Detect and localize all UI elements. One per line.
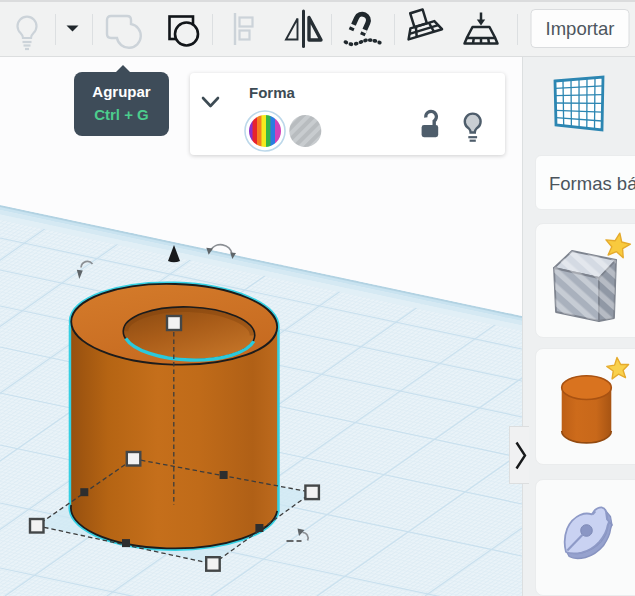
svg-text:Importar: Importar (546, 18, 615, 39)
